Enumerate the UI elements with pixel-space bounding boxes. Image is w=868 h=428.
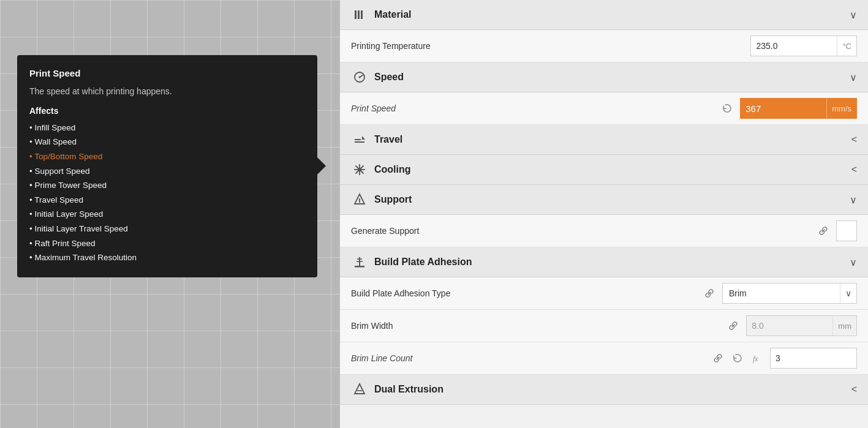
controls-generate-support xyxy=(815,224,831,238)
right-panel: Material ∨ Printing Temperature °C Speed… xyxy=(340,0,868,428)
label-brim-line-count: Brim Line Count xyxy=(351,353,710,363)
svg-rect-2 xyxy=(361,10,363,19)
checkbox-generate-support[interactable] xyxy=(836,220,857,241)
label-build-plate-adhesion-type: Build Plate Adhesion Type xyxy=(351,288,701,298)
svg-point-5 xyxy=(359,77,361,78)
svg-text:fx: fx xyxy=(753,355,758,363)
chevron-build-plate-adhesion: ∨ xyxy=(850,257,857,268)
svg-marker-21 xyxy=(355,384,364,394)
tooltip-list-item: Raft Print Speed xyxy=(29,236,305,251)
svg-rect-1 xyxy=(358,10,360,19)
input-field-printing-temperature: °C xyxy=(750,36,857,56)
section-header-support[interactable]: Support ∨ xyxy=(340,185,868,215)
controls-brim-width xyxy=(725,319,741,332)
unit-print-speed: mm/s xyxy=(826,99,856,118)
svg-rect-0 xyxy=(355,10,357,19)
chevron-dual-extrusion: < xyxy=(851,384,857,395)
link-icon[interactable] xyxy=(701,287,717,300)
left-panel: Print Speed The speed at which printing … xyxy=(0,0,340,428)
section-title-travel: Travel xyxy=(374,134,851,145)
section-header-dual-extrusion[interactable]: Dual Extrusion < xyxy=(340,375,868,405)
tooltip-affects-label: Affects xyxy=(29,104,305,118)
tooltip-list-item: Initial Layer Speed xyxy=(29,207,305,222)
input-field-print-speed: mm/s xyxy=(740,98,857,119)
chevron-material: ∨ xyxy=(850,9,857,21)
row-brim-line-count: Brim Line Countfx xyxy=(340,342,868,375)
label-generate-support: Generate Support xyxy=(351,226,815,236)
unit-brim-width: mm xyxy=(832,316,856,336)
tooltip-list: Infill SpeedWall SpeedTop/Bottom SpeedSu… xyxy=(29,121,305,265)
tooltip-box: Print Speed The speed at which printing … xyxy=(17,55,317,277)
travel-icon xyxy=(351,131,368,148)
tooltip-list-item: Maximum Travel Resolution xyxy=(29,250,305,265)
section-title-speed: Speed xyxy=(374,72,850,83)
support-icon xyxy=(351,191,368,208)
tooltip-list-item: Travel Speed xyxy=(29,193,305,208)
tooltip-list-item: Top/Bottom Speed xyxy=(29,149,305,164)
section-header-build-plate-adhesion[interactable]: Build Plate Adhesion ∨ xyxy=(340,247,868,277)
tooltip-list-item: Initial Layer Travel Speed xyxy=(29,222,305,236)
dual-extrusion-icon xyxy=(351,381,368,398)
unit-printing-temperature: °C xyxy=(837,36,856,56)
svg-rect-16 xyxy=(355,266,364,268)
section-header-material[interactable]: Material ∨ xyxy=(340,0,868,30)
label-printing-temperature: Printing Temperature xyxy=(351,41,750,51)
section-title-dual-extrusion: Dual Extrusion xyxy=(374,384,851,395)
build-plate-adhesion-icon xyxy=(351,253,368,271)
input-brim-width[interactable] xyxy=(747,321,832,331)
row-brim-width: Brim Width mm xyxy=(340,310,868,342)
link-icon[interactable] xyxy=(725,319,741,332)
tooltip-list-item: Prime Tower Speed xyxy=(29,178,305,193)
tooltip-list-item: Wall Speed xyxy=(29,135,305,149)
svg-rect-6 xyxy=(355,141,364,143)
section-header-travel[interactable]: Travel < xyxy=(340,125,868,155)
dropdown-arrow-build-plate-adhesion-type[interactable]: ∨ xyxy=(840,283,856,303)
tooltip-list-item: Support Speed xyxy=(29,164,305,179)
fx-icon[interactable]: fx xyxy=(749,351,765,365)
tooltip-list-item: Infill Speed xyxy=(29,121,305,135)
input-field-brim-width: mm xyxy=(746,315,857,336)
chevron-support: ∨ xyxy=(850,194,857,206)
input-field-brim-line-count xyxy=(770,348,857,369)
input-printing-temperature[interactable] xyxy=(751,41,837,51)
tooltip-desc: The speed at which printing happens. xyxy=(29,84,305,98)
dropdown-value-build-plate-adhesion-type: Brim xyxy=(723,288,840,298)
row-build-plate-adhesion-type: Build Plate Adhesion Type Brim ∨ xyxy=(340,277,868,310)
section-title-support: Support xyxy=(374,194,850,205)
svg-marker-8 xyxy=(362,136,365,140)
label-print-speed: Print Speed xyxy=(351,103,719,113)
chevron-travel: < xyxy=(851,134,857,145)
row-print-speed: Print Speed mm/s xyxy=(340,92,868,125)
material-icon xyxy=(351,6,368,23)
cooling-icon xyxy=(351,161,368,178)
chevron-cooling: < xyxy=(851,164,857,175)
link-icon[interactable] xyxy=(710,351,726,365)
label-brim-width: Brim Width xyxy=(351,321,725,331)
chevron-speed: ∨ xyxy=(850,72,857,83)
dropdown-build-plate-adhesion-type[interactable]: Brim ∨ xyxy=(722,283,857,304)
svg-rect-7 xyxy=(355,139,361,140)
input-brim-line-count[interactable] xyxy=(771,353,856,363)
controls-print-speed xyxy=(719,102,735,115)
section-header-speed[interactable]: Speed ∨ xyxy=(340,62,868,92)
controls-build-plate-adhesion-type xyxy=(701,287,717,300)
tooltip-title: Print Speed xyxy=(29,66,305,81)
link-icon[interactable] xyxy=(815,224,831,238)
section-title-cooling: Cooling xyxy=(374,164,851,175)
section-title-material: Material xyxy=(374,9,850,20)
section-title-build-plate-adhesion: Build Plate Adhesion xyxy=(374,257,850,268)
reset-icon[interactable] xyxy=(719,102,735,115)
input-print-speed[interactable] xyxy=(741,103,826,114)
reset-icon[interactable] xyxy=(730,351,745,365)
section-header-cooling[interactable]: Cooling < xyxy=(340,155,868,185)
row-printing-temperature: Printing Temperature °C xyxy=(340,30,868,62)
controls-brim-line-count: fx xyxy=(710,351,765,365)
row-generate-support: Generate Support xyxy=(340,215,868,247)
svg-point-13 xyxy=(358,168,361,171)
speed-icon xyxy=(351,69,368,86)
